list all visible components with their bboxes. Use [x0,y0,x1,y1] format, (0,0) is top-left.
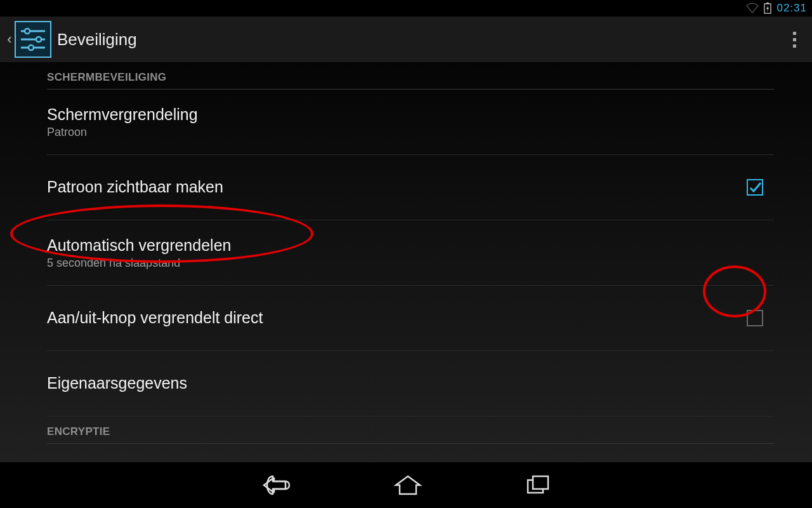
item-pattern-visible[interactable]: Patroon zichtbaar maken [47,155,774,220]
item-owner-info[interactable]: Eigenaarsgegevens [47,351,774,417]
item-power-button-lock[interactable]: Aan/uit-knop vergrendelt direct [47,286,774,351]
item-title: Patroon zichtbaar maken [47,177,736,197]
battery-charging-icon [764,3,771,14]
item-title: Aan/uit-knop vergrendelt direct [47,308,736,328]
settings-app-icon[interactable] [14,20,52,58]
nav-back-button[interactable] [260,472,292,498]
item-auto-lock[interactable]: Automatisch vergrendelen 5 seconden na s… [47,220,774,286]
nav-recent-apps-button[interactable] [524,472,552,498]
overflow-menu-button[interactable] [782,27,807,52]
nav-home-button[interactable] [393,472,422,498]
action-bar: ‹ Beveiliging [0,17,812,64]
page-title: Beveiliging [57,30,137,50]
category-screen-security: SCHERMBEVEILIGING [47,62,774,90]
svg-point-4 [25,29,30,34]
item-screen-lock[interactable]: Schermvergrendeling Patroon [47,90,774,155]
item-title: Automatisch vergrendelen [47,236,774,255]
item-title: Eigenaarsgegevens [47,373,774,393]
settings-list: SCHERMBEVEILIGING Schermvergrendeling Pa… [0,62,812,462]
checkbox-pattern-visible[interactable] [747,179,763,196]
svg-rect-10 [533,476,548,489]
category-encryption: ENCRYPTIE [47,417,774,444]
item-summary: 5 seconden na slaapstand [47,257,774,270]
status-bar: 02:31 [0,0,812,17]
up-caret-icon[interactable]: ‹ [5,31,14,48]
checkbox-power-lock[interactable] [747,310,763,326]
navigation-bar [0,462,812,508]
svg-point-8 [29,45,34,50]
item-title: Schermvergrendeling [47,105,774,124]
item-encrypt-tablet[interactable]: Tablet encrypten Een numerieke PIN-code … [47,444,774,462]
wifi-icon [746,3,759,13]
svg-rect-1 [766,3,769,4]
item-summary: Patroon [47,126,774,139]
svg-point-6 [36,37,41,42]
clock-text: 02:31 [776,2,807,15]
